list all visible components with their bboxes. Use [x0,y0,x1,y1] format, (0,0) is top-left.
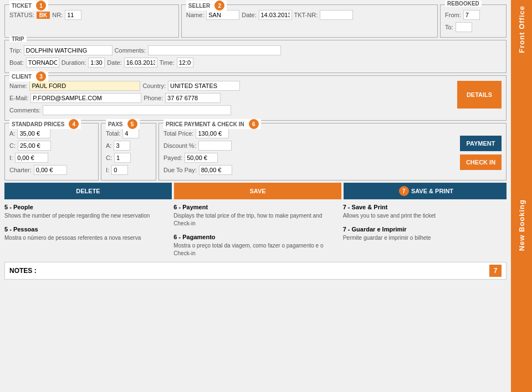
std-prices-number: 4 [69,119,79,129]
paxs-total-input[interactable] [122,128,139,138]
email-label: E-Mail: [9,95,28,101]
info-grid: 5 - People Shows the number of people re… [4,204,507,257]
client-comments-label: Comments: [9,107,40,114]
price-payment-section: PRICE PAYMENT & CHECK IN 6 Total Price: … [158,123,507,180]
paxs-number: 5 [127,119,137,129]
info-2-title-pt: 6 - Pagamento [173,234,337,240]
right-sidebar: Front Office New Booking [511,0,532,392]
duration-input[interactable] [88,58,105,68]
boat-input[interactable] [26,58,59,68]
status-label: STATUS: [9,12,34,18]
info-3-title-en: 7 - Save & Print [343,204,507,210]
to-input[interactable] [456,22,472,32]
seller-name-input[interactable] [206,10,239,20]
ticket-section: TICKET 1 STATUS: BK NR: [4,4,179,38]
due-input[interactable] [199,165,232,175]
client-name-label: Name: [9,82,27,89]
rebooked-title: REBOOKED [445,1,482,7]
seller-name-label: Name: [186,12,204,18]
info-2-title-en: 6 - Payment [173,204,337,210]
sidebar-new-booking: New Booking [518,194,526,256]
sp-i-label: I: [9,154,13,161]
info-1: 5 - People Shows the number of people re… [4,204,168,257]
save-button[interactable]: SAVE [174,183,341,199]
save-print-number: 7 [399,186,409,196]
paxs-i-label: I: [106,167,109,173]
client-comments-input[interactable] [43,105,231,115]
boat-label: Boat: [9,59,24,66]
delete-button[interactable]: DELETE [4,183,172,199]
due-label: Due To Pay: [163,167,197,173]
sp-c-input[interactable] [18,141,51,151]
standard-prices-section: STANDARD PRICES 4 A: C: I: Charter: [4,123,99,180]
sp-i-input[interactable] [15,153,48,163]
total-price-input[interactable] [196,128,229,138]
nr-input[interactable] [65,10,81,20]
price-payment-title: PRICE PAYMENT & CHECK IN 6 [163,119,261,129]
from-label: From: [445,12,461,18]
phone-input[interactable] [165,93,221,103]
client-number: 3 [36,71,46,81]
paxs-c-input[interactable] [114,153,131,163]
sidebar-front-office: Front Office [518,0,526,59]
client-title: CLIENT 3 [9,71,48,81]
phone-label: Phone: [144,95,163,101]
price-payment-number: 6 [249,119,259,129]
info-1-desc-pt: Mostra o número de pessoas referentes a … [4,234,168,242]
sp-c-label: C: [9,142,16,149]
time-input[interactable] [177,58,193,68]
tkt-label: TKT-NR: [294,12,318,18]
comments-label: Comments: [115,47,146,54]
country-input[interactable] [168,81,240,91]
info-3: 7 - Save & Print Allows you to save and … [343,204,507,257]
seller-section: SELLER 2 Name: Date: TKT-NR: [181,4,438,38]
checkin-button[interactable]: CHECK IN [460,154,502,170]
client-section: CLIENT 3 Name: Country: E-Mail: Phone: [4,75,507,121]
trip-input[interactable] [24,45,112,55]
notes-bar: NOTES : 7 [4,262,507,280]
duration-label: Duration: [62,59,86,66]
info-2-desc-en: Displays the total price of the trip, ho… [173,212,337,228]
sp-a-label: A: [9,130,15,137]
charter-input[interactable] [34,165,67,175]
info-1-desc-en: Shows the number of people regarding the… [4,212,168,220]
ticket-number: 1 [36,1,46,11]
seller-date-input[interactable] [259,10,292,20]
country-label: Country: [142,82,166,89]
info-3-desc-en: Allows you to save and print the ticket [343,212,507,220]
payed-label: Payed: [163,154,182,161]
trip-date-label: Date: [107,59,121,66]
action-bar: DELETE SAVE 7 SAVE & PRINT [4,183,507,199]
info-2: 6 - Payment Displays the total price of … [173,204,337,257]
trip-date-input[interactable] [124,58,157,68]
status-badge: BK [37,12,50,19]
paxs-title: PAXS 5 [106,119,140,129]
trip-label: Trip: [9,47,22,54]
discount-label: Discount %: [163,142,196,149]
notes-number: 7 [489,265,502,277]
ticket-title: TICKET 1 [9,1,48,11]
trip-section: TRIP Trip: Comments: Boat: Duration: Dat… [4,40,507,73]
email-input[interactable] [30,93,141,103]
info-3-desc-pt: Permite guardar e imprimir o bilhete [343,234,507,242]
info-2-desc-pt: Mostra o preço total da viagem, como faz… [173,242,337,257]
paxs-a-input[interactable] [114,141,130,151]
paxs-total-label: Total: [106,130,120,137]
rebooked-section: REBOOKED From: To: [440,4,507,38]
sp-a-input[interactable] [17,128,50,138]
payment-button[interactable]: PAYMENT [460,136,502,151]
client-name-input[interactable] [29,81,140,91]
payed-input[interactable] [185,153,218,163]
time-label: Time: [160,59,175,66]
seller-title: SELLER 2 [186,1,227,11]
comments-input[interactable] [148,45,281,55]
discount-input[interactable] [198,141,232,151]
tkt-input[interactable] [320,10,353,20]
save-print-button[interactable]: 7 SAVE & PRINT [344,183,507,199]
paxs-a-label: A: [106,142,111,149]
charter-label: Charter: [9,167,32,173]
from-input[interactable] [463,10,480,20]
paxs-c-label: C: [106,154,112,161]
paxs-i-input[interactable] [111,165,128,175]
details-button[interactable]: DETAILS [457,81,502,109]
